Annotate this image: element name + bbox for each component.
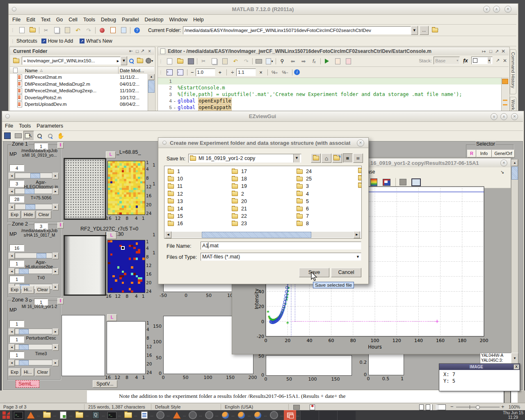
list-view-icon[interactable]: ▤: [353, 153, 363, 163]
overflow-dots[interactable]: ...: [167, 413, 170, 417]
editor-scrollbar[interactable]: [501, 78, 509, 111]
compare-icon[interactable]: ▾: [264, 57, 275, 66]
folder-item[interactable]: [358, 169, 362, 173]
selector-gene-button[interactable]: Gene/Orf: [492, 150, 515, 158]
copy-icon[interactable]: [209, 57, 219, 66]
multiply-icon[interactable]: ×: [259, 69, 262, 75]
taskbar-item-app-circle[interactable]: [187, 410, 199, 420]
zone-slider[interactable]: ◄►: [9, 188, 59, 194]
menu-go[interactable]: Go: [53, 16, 66, 23]
taskbar-item-terminal[interactable]: >_: [106, 410, 118, 420]
zone-clear-button[interactable]: Clear: [37, 211, 51, 219]
overflow-dots[interactable]: ...: [86, 413, 89, 417]
fx-icon[interactable]: f̣x: [463, 57, 468, 64]
label-button-hm2[interactable]: L: [107, 232, 116, 239]
edit-plot-icon[interactable]: ↖: [23, 131, 34, 141]
image-titlebar[interactable]: IMAGE X: [439, 364, 520, 370]
taskbar-item-terminal[interactable]: >_: [12, 410, 25, 420]
folder-item[interactable]: 14: [168, 206, 183, 212]
zone-field-input[interactable]: 1: [9, 320, 24, 327]
redo-icon[interactable]: ↷: [83, 26, 94, 35]
zone-slider[interactable]: ◄►: [9, 360, 59, 365]
folder-item[interactable]: 13: [168, 199, 183, 204]
overflow-dots[interactable]: ...: [69, 413, 73, 417]
slider-thumb[interactable]: [19, 360, 29, 365]
table-row[interactable]: DMPexcel2mat_MediaDrug2exp...11/10/2...: [10, 87, 148, 94]
overflow-dots[interactable]: ...: [231, 413, 235, 417]
zone-corner-button[interactable]: [57, 298, 64, 304]
slider-right-arrow[interactable]: ►: [52, 268, 59, 275]
open-icon[interactable]: [175, 57, 185, 66]
slider-left-arrow[interactable]: ◄: [9, 344, 15, 351]
goto-function-icon[interactable]: fₓ: [309, 57, 320, 66]
stack-dropdown[interactable]: Base▾: [434, 57, 460, 64]
slider-track[interactable]: [15, 173, 52, 178]
spotview-button[interactable]: SpotV...: [93, 380, 117, 388]
zone-field-input[interactable]: 1: [9, 352, 24, 358]
folder-item[interactable]: 20: [232, 199, 247, 204]
taskbar-item-folder[interactable]: [41, 410, 53, 420]
taskbar-item-calc[interactable]: [57, 410, 69, 420]
current-folder-input[interactable]: /media/data/EASY/InovImager_jwrCF_WINLin…: [183, 26, 411, 34]
code-area[interactable]: 12%EstartConsole.m3%[file,path] = uiputf…: [158, 78, 501, 111]
redo-icon[interactable]: ↷: [241, 57, 251, 66]
folder-item[interactable]: 24: [297, 169, 312, 174]
undock-icon[interactable]: ↗: [495, 49, 499, 54]
folder-breadcrumb[interactable]: « InovImager_jwrCF_WINLinx150...▸: [22, 57, 121, 65]
ezview-titlebar[interactable]: EZviewGui ∨ ∧ ✕: [2, 111, 523, 122]
horizontal-scrollbar[interactable]: ◀ ▶: [165, 232, 360, 238]
overflow-dots[interactable]: ...: [264, 413, 267, 417]
plate-photo-2[interactable]: [64, 235, 106, 296]
zoom-out-icon[interactable]: [45, 131, 55, 140]
run-icon[interactable]: [322, 57, 332, 66]
folder-dropdown-icon[interactable]: ▾: [411, 26, 418, 35]
folder-item[interactable]: 19: [232, 183, 247, 189]
help-icon[interactable]: ?: [132, 26, 142, 35]
overflow-dots[interactable]: ...: [248, 413, 251, 417]
zone-exp-button[interactable]: Exp: [9, 286, 21, 294]
profiler-icon[interactable]: [118, 26, 129, 35]
forward-icon[interactable]: ➡: [298, 57, 309, 66]
undock-icon[interactable]: ↗: [496, 58, 500, 63]
menu-text[interactable]: Text: [38, 16, 53, 23]
shortcut-how-to-add[interactable]: How to Add: [48, 38, 73, 44]
taskbar-item-firefox[interactable]: [235, 410, 248, 420]
book-view-icon[interactable]: [436, 404, 446, 410]
list-item[interactable]: YAL045C:3:: [481, 358, 512, 363]
cell-value-left[interactable]: 1.0: [196, 68, 215, 76]
menu-debug[interactable]: Debug: [98, 16, 119, 23]
tab-command-history[interactable]: Command History: [510, 49, 516, 94]
dialog-titlebar[interactable]: Create new Experiment folder and data st…: [158, 138, 368, 148]
close-button[interactable]: ✕: [357, 139, 364, 147]
slider-thumb[interactable]: [19, 329, 29, 334]
zone-slider[interactable]: ◄►: [9, 173, 59, 178]
zoom-out-icon[interactable]: −: [450, 404, 454, 410]
zone-clear-button[interactable]: Clear: [35, 368, 50, 376]
code-line[interactable]: 5-globalopenExppath: [158, 104, 501, 111]
maximize-panel-icon[interactable]: □: [489, 49, 492, 54]
folder-item[interactable]: 1: [168, 169, 180, 174]
zone-field-input[interactable]: 3: [9, 180, 24, 187]
zone-slider[interactable]: ◄►: [9, 253, 59, 258]
folder-item[interactable]: 8: [297, 221, 309, 226]
print-icon[interactable]: [13, 131, 23, 140]
maximize-button[interactable]: ∧: [500, 113, 507, 120]
taskbar-item-matlab[interactable]: [171, 410, 183, 420]
folder-item[interactable]: [358, 176, 362, 180]
status-language[interactable]: English (USA): [225, 404, 253, 409]
up-one-level-icon[interactable]: [311, 153, 321, 163]
save-icon[interactable]: [185, 57, 196, 66]
slider-left-arrow[interactable]: ◄: [9, 329, 15, 335]
copy-icon[interactable]: [51, 26, 62, 35]
zone-field-input[interactable]: 1: [9, 336, 24, 343]
close-button[interactable]: ✕: [504, 6, 511, 13]
folder-item[interactable]: 22: [232, 213, 247, 219]
close-icon[interactable]: ✕: [503, 58, 507, 64]
table-row[interactable]: DMPexcel2mat_MediaDrug2.m04/01/2...: [10, 81, 148, 88]
status-words[interactable]: 215 words, 1,387 characters: [88, 404, 145, 409]
zone-slider[interactable]: ◄►: [9, 344, 59, 350]
close-panel-icon[interactable]: ✕: [501, 48, 505, 54]
folder-item[interactable]: 6: [297, 206, 309, 212]
taskbar-item-okular[interactable]: Q: [89, 410, 102, 420]
bottom-plot-1[interactable]: [266, 355, 352, 376]
